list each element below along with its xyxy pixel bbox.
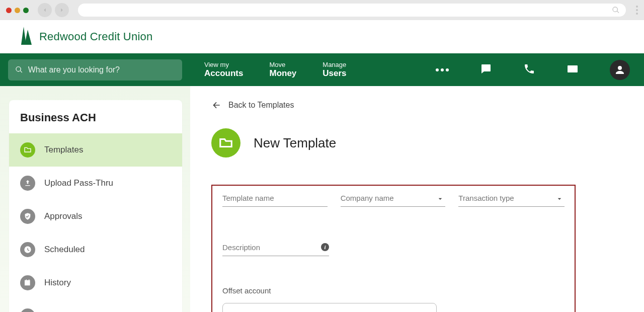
more-menu[interactable] xyxy=(436,68,449,71)
sidebar-title: Business ACH xyxy=(9,100,182,133)
sidebar-item-scheduled[interactable]: Scheduled xyxy=(9,233,182,266)
svg-marker-1 xyxy=(25,30,32,45)
search-icon xyxy=(612,6,620,14)
chevron-down-icon xyxy=(436,195,444,205)
new-template-form: Template name Company name Transaction t… xyxy=(211,185,576,312)
calendar-icon xyxy=(20,275,35,290)
sidebar: Business ACH Templates Upload Pass-Thru … xyxy=(0,86,190,312)
field-label: Transaction type xyxy=(458,194,565,202)
nav-money-big: Money xyxy=(269,68,296,79)
phone-icon[interactable] xyxy=(523,63,535,77)
messages-icon[interactable] xyxy=(480,63,492,77)
nav-users-small: Manage xyxy=(323,61,346,68)
sidebar-item-label: Templates xyxy=(44,145,83,155)
sidebar-item-label: Approvals xyxy=(44,211,83,221)
template-name-field[interactable]: Template name xyxy=(222,194,328,207)
folder-icon xyxy=(211,128,240,158)
browser-menu[interactable] xyxy=(636,6,638,15)
sidebar-card: Business ACH Templates Upload Pass-Thru … xyxy=(9,100,182,312)
browser-chrome xyxy=(0,0,644,20)
company-name-field[interactable]: Company name xyxy=(341,194,446,207)
nav-money[interactable]: Move Money xyxy=(269,61,296,79)
maximize-window[interactable] xyxy=(23,8,29,13)
select-account-dropdown[interactable]: Select Account xyxy=(222,303,437,312)
browser-forward-button[interactable] xyxy=(55,3,69,17)
back-to-templates-link[interactable]: Back to Templates xyxy=(211,100,623,110)
traffic-lights xyxy=(6,8,29,13)
shield-check-icon xyxy=(20,209,35,224)
browser-back-button[interactable] xyxy=(38,3,52,17)
mail-icon[interactable] xyxy=(567,63,579,77)
chevron-down-icon xyxy=(555,195,564,205)
nav-money-small: Move xyxy=(269,61,296,68)
sidebar-item-label: Scheduled xyxy=(44,245,85,255)
field-label: Description xyxy=(222,243,329,252)
sidebar-item-history[interactable]: History xyxy=(9,266,182,299)
offset-account-label: Offset account xyxy=(222,286,565,295)
search-input[interactable] xyxy=(28,65,182,74)
tree-icon xyxy=(19,26,33,48)
folder-icon xyxy=(20,142,35,158)
nav-users[interactable]: Manage Users xyxy=(323,61,346,79)
description-field[interactable]: Description i xyxy=(222,243,329,256)
brand-name: Redwood Credit Union xyxy=(39,30,152,43)
minimize-window[interactable] xyxy=(15,8,20,13)
primary-nav: View my Accounts Move Money Manage Users xyxy=(0,53,644,86)
sidebar-item-label: History xyxy=(44,278,71,288)
list-icon xyxy=(20,308,35,312)
global-search[interactable] xyxy=(8,59,182,81)
url-bar[interactable] xyxy=(78,4,626,17)
nav-accounts-small: View my xyxy=(204,61,243,68)
nav-accounts-big: Accounts xyxy=(204,68,243,79)
info-icon[interactable]: i xyxy=(321,243,329,251)
profile-avatar[interactable] xyxy=(610,60,630,80)
nav-users-big: Users xyxy=(323,68,346,79)
sidebar-item-recipients[interactable]: Recipients xyxy=(9,299,182,312)
field-label: Template name xyxy=(222,194,328,202)
page-title: New Template xyxy=(254,135,336,151)
main-panel: Back to Templates New Template Template … xyxy=(190,86,644,312)
content-area: Business ACH Templates Upload Pass-Thru … xyxy=(0,86,644,312)
close-window[interactable] xyxy=(6,8,12,13)
back-label: Back to Templates xyxy=(228,101,294,110)
page-header: New Template xyxy=(211,128,623,158)
sidebar-item-templates[interactable]: Templates xyxy=(9,133,182,167)
sidebar-item-upload[interactable]: Upload Pass-Thru xyxy=(9,167,182,200)
search-icon xyxy=(15,65,23,74)
logo-bar: Redwood Credit Union xyxy=(0,20,644,53)
nav-accounts[interactable]: View my Accounts xyxy=(204,61,243,79)
field-label: Company name xyxy=(341,194,446,202)
sidebar-item-label: Upload Pass-Thru xyxy=(44,178,113,188)
transaction-type-field[interactable]: Transaction type xyxy=(458,194,565,207)
brand-logo[interactable]: Redwood Credit Union xyxy=(19,26,152,48)
sidebar-item-approvals[interactable]: Approvals xyxy=(9,200,182,233)
clock-icon xyxy=(20,242,35,257)
person-icon xyxy=(614,64,626,76)
arrow-left-icon xyxy=(211,100,221,110)
upload-icon xyxy=(20,176,35,191)
